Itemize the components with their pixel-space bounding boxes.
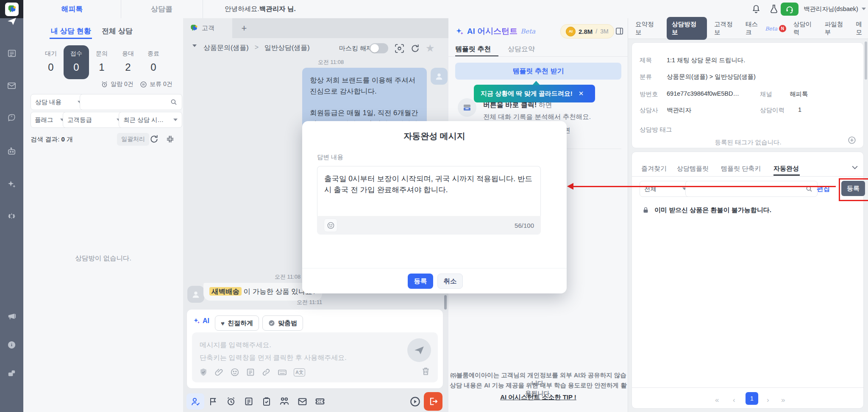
counter-received[interactable]: 접수0 [66,50,87,73]
autocomplete-search-input[interactable] [685,181,818,197]
filter-grade-select[interactable]: 고객등급 [63,112,125,128]
counter-closed[interactable]: 종료0 [143,50,164,73]
ai-badge[interactable]: AI [193,317,209,325]
assign-agent-icon[interactable] [186,393,204,409]
template-list-icon[interactable] [246,368,255,377]
tab-counsel-history[interactable]: 상담이력 [793,20,818,36]
task-clipboard-icon[interactable] [258,396,275,406]
user-menu[interactable]: 백관리자님(dsbaek) [804,0,866,18]
sidebar-list-icon[interactable] [0,45,23,62]
tab-happytalk[interactable]: 해피톡 [23,0,121,18]
sidebar-mail-icon[interactable] [0,77,23,94]
translate-icon[interactable]: A文 [294,368,305,376]
info-panel-scrollbar[interactable] [865,41,867,80]
tab-counsel-call[interactable]: 상담콜 [121,0,203,18]
page-next-button[interactable]: › [767,396,769,404]
tab-all-counsel[interactable]: 전체 상담 [102,26,133,36]
sidebar-robot-icon[interactable] [0,143,23,160]
tab-template-recommend[interactable]: 템플릿 추천 [455,45,491,54]
search-input[interactable] [80,94,182,110]
bell-icon[interactable] [751,4,761,14]
add-tag-icon[interactable] [847,135,857,145]
collapse-icon[interactable] [165,134,175,144]
refresh-icon[interactable] [149,134,159,144]
ai-tip-link[interactable]: AI 어시스턴트 소소한 TIP ! [448,393,628,401]
alarm-count[interactable]: 알람 0건 [101,80,134,88]
tab-counsel-summary[interactable]: 상담요약 [508,45,535,54]
flag-icon[interactable] [204,396,222,406]
send-button[interactable] [407,338,431,362]
ai-kind-button[interactable]: ♥친절하게 [215,315,259,331]
tab-template-shortcut[interactable]: 템플릿 단축키 [721,165,761,173]
chevron-down-icon[interactable] [851,163,859,171]
close-icon[interactable]: ✕ [579,90,584,97]
sidebar-rooms-icon[interactable] [0,365,23,382]
page-number-button[interactable]: 1 [746,392,758,405]
capture-icon[interactable] [394,43,405,54]
masking-toggle[interactable] [370,43,388,53]
leave-room-button[interactable] [424,392,442,411]
tab-autocomplete[interactable]: 자동완성 [773,165,799,173]
ai-tip-line1: 버튼을 바로 클릭! 하면 [483,101,552,110]
reminder-icon[interactable] [222,396,240,406]
sidebar-info-icon[interactable] [0,336,23,353]
flask-icon[interactable] [769,4,779,14]
answer-textarea[interactable]: 출국일 0시부터 보장이 시작되며, 귀국 시까지 적용됩니다. 반드시 출국 … [317,166,541,216]
tab-favorites[interactable]: 즐겨찾기 [641,165,667,173]
refresh-chat-icon[interactable] [410,44,420,53]
trash-icon[interactable] [421,366,431,376]
headset-status-button[interactable] [781,3,798,16]
sidebar-settings-icon[interactable] [0,207,23,224]
tab-customer-info[interactable]: 고객정보 [714,20,738,36]
room-number-value[interactable]: 691e77c39864f0wE5BD… [667,90,739,97]
counter-waiting[interactable]: 대기0 [40,50,61,73]
sidebar-megaphone-icon[interactable] [0,307,23,324]
tab-memo[interactable]: 메모 [856,20,868,36]
breadcrumb[interactable]: 상품문의(샘플)>일반상담(샘플) [203,44,310,53]
coupon-icon[interactable] [311,396,329,407]
keyboard-icon[interactable] [277,367,287,377]
composer-icons: A文 [199,367,305,377]
page-prev-button[interactable]: ‹ [733,396,735,404]
star-icon[interactable]: ★ [426,42,435,54]
attachment-icon[interactable] [214,368,224,377]
emoji-picker-button[interactable] [324,218,337,232]
modal-cancel-button[interactable]: 취소 [437,274,463,289]
hold-count[interactable]: 보류 0건 [140,80,172,88]
search-category-select[interactable]: 상담 내용 [31,94,86,110]
autocomplete-filter-select[interactable]: 전체 [640,181,691,197]
send-mail-icon[interactable] [293,396,311,407]
collapse-thread-icon[interactable] [192,47,197,55]
sidebar-ai-sparkle-icon[interactable] [0,176,23,193]
spellcheck-button[interactable]: 맞춤법 [262,315,303,331]
add-tab-button[interactable]: + [237,22,251,35]
play-history-icon[interactable] [406,396,424,407]
sidebar-send-icon[interactable] [0,13,23,30]
tab-my-counsel[interactable]: 내 상담 현황 [51,26,91,36]
tab-room-info[interactable]: 상담방정보 [667,17,707,40]
invite-agents-icon[interactable] [275,396,293,407]
tab-task[interactable]: 태스크 Beta N [746,20,786,36]
note-icon[interactable] [240,396,258,406]
ai-sparkle-icon [455,27,464,36]
autocomplete-item[interactable]: 이미 받으신 상품은 환불이 불가능합니다. [642,206,771,214]
bulk-action-button[interactable]: 일괄처리 [117,133,149,146]
page-first-button[interactable]: « [715,396,719,404]
page-last-button[interactable]: » [781,396,785,404]
message-input[interactable]: 메시지를 입력해주세요. 단축키는 입력창을 먼저 클릭한 후 사용해주세요. … [192,332,438,382]
chat-scrollbar[interactable] [444,295,447,310]
emoji-icon[interactable] [230,368,239,377]
filter-recent-select[interactable]: 최근 상담 시… [119,112,182,128]
link-icon[interactable] [262,368,271,377]
tab-summary-info[interactable]: 요약정보 [635,20,659,36]
modal-submit-button[interactable]: 등록 [408,274,433,289]
sidebar-compose-icon[interactable] [0,109,23,126]
tab-counsel-template[interactable]: 상담템플릿 [677,165,709,173]
panel-collapse-icon[interactable] [615,26,624,36]
chat-tab-customer[interactable]: 고객 [183,18,232,38]
counter-responding[interactable]: 응대2 [117,50,139,73]
template-recommend-button[interactable]: 템플릿 추천 받기 [455,63,621,80]
shield-check-icon[interactable] [199,368,208,377]
counter-inquiry[interactable]: 문의1 [91,50,112,73]
tab-file-attach[interactable]: 파일첨부 [825,20,849,36]
